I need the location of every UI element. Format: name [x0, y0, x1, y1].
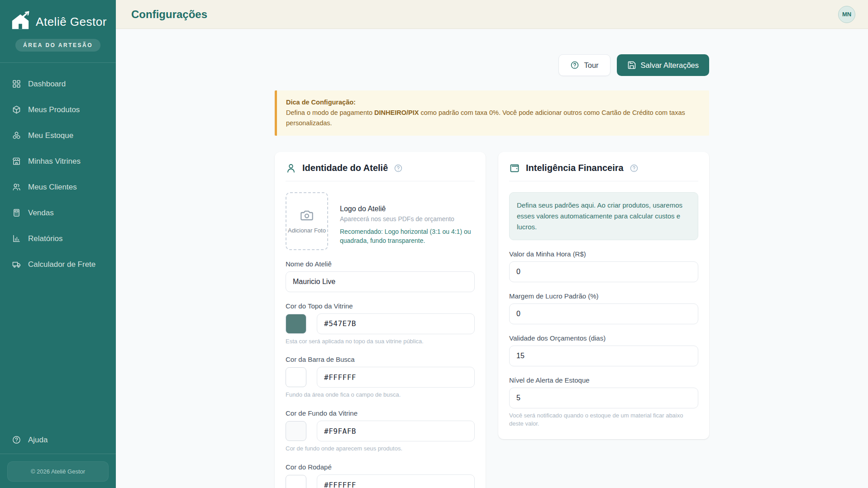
finance-card-title: Inteligência Financeira: [526, 163, 624, 173]
logo-upload-dropzone[interactable]: Adicionar Foto: [286, 192, 328, 250]
tour-button[interactable]: Tour: [558, 54, 610, 76]
sidebar-item-ajuda[interactable]: Ajuda: [5, 431, 110, 449]
config-tip-banner: Dica de Configuração: Defina o modo de p…: [275, 90, 709, 136]
truck-icon: [12, 260, 21, 269]
cubes-icon: [12, 131, 21, 140]
help-circle-icon[interactable]: [394, 164, 403, 173]
save-button[interactable]: Salvar Alterações: [617, 54, 709, 76]
footer-color-input[interactable]: [317, 474, 475, 488]
sidebar-item-label: Ajuda: [28, 436, 48, 445]
background-color-swatch[interactable]: [286, 421, 306, 441]
atelier-name-input[interactable]: [286, 271, 475, 292]
logo-recommendation: Recomendado: Logo horizontal (3:1 ou 4:1…: [340, 227, 475, 246]
background-color-label: Cor de Fundo da Vitrine: [286, 409, 475, 417]
sidebar-item-label: Meus Clientes: [28, 183, 77, 192]
stock-alert-helper: Você será notificado quando o estoque de…: [509, 412, 698, 429]
topbar: Configurações MN: [116, 0, 868, 29]
sidebar-item-label: Vendas: [28, 208, 54, 218]
brand: Ateliê Gestor: [0, 0, 116, 38]
sidebar-item-dashboard[interactable]: Dashboard: [5, 75, 110, 93]
user-avatar[interactable]: MN: [838, 6, 855, 23]
profit-margin-input[interactable]: [509, 303, 698, 324]
content-area: Tour Salvar Alterações Dica de Configura…: [116, 29, 868, 488]
brand-logo-icon: [9, 11, 32, 33]
sidebar-item-relatorios[interactable]: Relatórios: [5, 229, 110, 248]
stock-alert-label: Nível de Alerta de Estoque: [509, 376, 698, 384]
brand-name: Ateliê Gestor: [36, 15, 107, 29]
tour-button-label: Tour: [584, 61, 598, 70]
sidebar-item-meu-estoque[interactable]: Meu Estoque: [5, 126, 110, 145]
user-icon: [286, 163, 296, 174]
footer-color-swatch[interactable]: [286, 475, 306, 488]
top-color-input[interactable]: [317, 313, 475, 334]
top-color-swatch[interactable]: [286, 314, 306, 334]
wallet-icon: [509, 163, 520, 174]
identity-card-title: Identidade do Ateliê: [302, 163, 388, 173]
searchbar-color-swatch[interactable]: [286, 367, 306, 387]
camera-icon: [300, 208, 314, 223]
page-title: Configurações: [131, 8, 207, 21]
hour-value-input[interactable]: [509, 261, 698, 282]
help-circle-icon: [12, 435, 21, 445]
sidebar-item-minhas-vitrines[interactable]: Minhas Vitrines: [5, 152, 110, 171]
main-area: Configurações MN Tour Salvar Alterações …: [116, 0, 868, 488]
sidebar: Ateliê Gestor ÁREA DO ARTESÃO Dashboard …: [0, 0, 116, 488]
users-icon: [12, 182, 21, 192]
tip-body: Defina o modo de pagamento DINHEIRO/PIX …: [286, 108, 700, 128]
package-icon: [12, 105, 21, 114]
background-color-helper: Cor de fundo onde aparecem seus produtos…: [286, 445, 475, 453]
searchbar-color-helper: Fundo da área onde fica o campo de busca…: [286, 391, 475, 399]
top-color-label: Cor do Topo da Vitrine: [286, 302, 475, 310]
finance-card: Inteligência Financeira Defina seus padr…: [498, 152, 709, 440]
artisan-area-badge: ÁREA DO ARTESÃO: [15, 39, 100, 52]
sidebar-item-vendas[interactable]: Vendas: [5, 204, 110, 222]
actions-row: Tour Salvar Alterações: [275, 54, 709, 76]
background-color-input[interactable]: [317, 421, 475, 441]
sidebar-item-label: Minhas Vitrines: [28, 157, 81, 166]
searchbar-color-label: Cor da Barra de Busca: [286, 355, 475, 363]
calculator-icon: [12, 208, 21, 218]
searchbar-color-input[interactable]: [317, 367, 475, 388]
help-circle-icon[interactable]: [630, 164, 639, 173]
storefront-icon: [12, 156, 21, 166]
tip-title: Dica de Configuração:: [286, 97, 700, 108]
sidebar-divider-bottom: [0, 454, 116, 454]
profit-margin-label: Margem de Lucro Padrão (%): [509, 292, 698, 300]
sidebar-item-label: Dashboard: [28, 80, 66, 89]
sidebar-item-calculador-de-frete[interactable]: Calculador de Frete: [5, 255, 110, 274]
sidebar-item-meus-produtos[interactable]: Meus Produtos: [5, 100, 110, 119]
logo-subtitle: Aparecerá nos seus PDFs de orçamento: [340, 215, 475, 223]
hour-value-label: Valor da Minha Hora (R$): [509, 250, 698, 258]
tip-highlight: DINHEIRO/PIX: [374, 109, 419, 116]
save-icon: [627, 61, 636, 70]
save-button-label: Salvar Alterações: [641, 61, 699, 70]
dashboard-icon: [12, 79, 21, 89]
atelier-name-label: Nome do Ateliê: [286, 260, 475, 268]
footer-color-label: Cor do Rodapé: [286, 463, 475, 471]
sidebar-item-label: Relatórios: [28, 234, 63, 243]
help-circle-icon: [570, 61, 579, 70]
bar-chart-icon: [12, 234, 21, 243]
sidebar-item-label: Meu Estoque: [28, 131, 73, 140]
sidebar-item-label: Calculador de Frete: [28, 260, 95, 269]
finance-info-box: Defina seus padrões aqui. Ao criar produ…: [509, 192, 698, 240]
sidebar-item-label: Meus Produtos: [28, 105, 80, 114]
copyright: © 2026 Ateliê Gestor: [7, 461, 109, 482]
identity-card: Identidade do Ateliê Adicionar Foto Logo…: [275, 152, 486, 488]
sidebar-nav: Dashboard Meus Produtos Meu Estoque Minh…: [0, 63, 116, 454]
upload-label: Adicionar Foto: [288, 227, 326, 234]
sidebar-item-meus-clientes[interactable]: Meus Clientes: [5, 178, 110, 196]
logo-heading: Logo do Ateliê: [340, 205, 475, 213]
top-color-helper: Esta cor será aplicada no topo da sua vi…: [286, 337, 475, 346]
quote-validity-label: Validade dos Orçamentos (dias): [509, 334, 698, 342]
stock-alert-input[interactable]: [509, 388, 698, 408]
quote-validity-input[interactable]: [509, 346, 698, 366]
